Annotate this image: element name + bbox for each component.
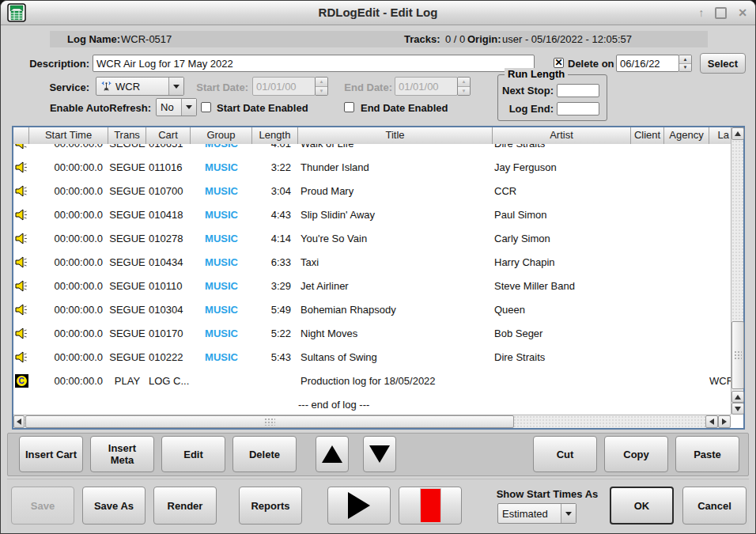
end-date-label: End Date: — [339, 81, 392, 93]
cell-title: Thunder Island — [298, 161, 493, 173]
col-group[interactable]: Group — [191, 127, 252, 144]
cell-cart: 010278 — [146, 233, 191, 244]
show-start-times-combo[interactable]: Estimated — [497, 503, 576, 524]
save-button[interactable]: Save — [11, 487, 74, 525]
table-row[interactable]: 00:00:00.0 SEGUE 010222 MUSIC 5:43 Sulta… — [13, 345, 731, 369]
table-row[interactable]: 00:00:00.0 PLAY LOG C... Production log … — [13, 369, 731, 392]
maximize-icon[interactable] — [715, 7, 727, 19]
col-client[interactable]: Client — [631, 127, 664, 144]
table-row[interactable]: 00:00:00.0 SEGUE 010278 MUSIC 4:14 You'r… — [13, 226, 731, 250]
delete-button[interactable]: Delete — [232, 436, 297, 472]
vertical-scroll-thumb[interactable] — [731, 321, 744, 389]
cell-group: MUSIC — [191, 233, 252, 244]
start-date-enabled-checkbox[interactable] — [201, 102, 211, 112]
cell-group: MUSIC — [191, 304, 252, 316]
col-label[interactable]: La — [709, 127, 731, 144]
shade-icon[interactable]: ↑ — [698, 4, 704, 21]
col-start-time[interactable]: Start Time — [29, 127, 108, 144]
cell-artist: Paul Simon — [493, 209, 631, 221]
cell-title: Production log for 18/05/2022 — [298, 375, 493, 387]
scroll-left2-icon[interactable] — [705, 415, 718, 428]
select-button[interactable]: Select — [700, 53, 746, 74]
title-bar[interactable]: RDLogEdit - Edit Log ↑ ✕ — [1, 1, 755, 25]
cell-title: Night Moves — [298, 328, 493, 339]
stop-icon — [420, 488, 441, 523]
cancel-button[interactable]: Cancel — [682, 487, 747, 525]
table-row[interactable]: 00:00:00.0 SEGUE 010170 MUSIC 5:22 Night… — [13, 321, 731, 345]
next-stop-label: Next Stop: — [501, 85, 554, 97]
reports-button[interactable]: Reports — [239, 487, 302, 525]
table-row[interactable]: 00:00:00.0 SEGUE 010434 MUSIC 6:33 Taxi … — [13, 250, 731, 274]
start-date-enabled-label: Start Date Enabled — [217, 102, 308, 114]
main-button-strip: Save Save As Render Reports Show Start T… — [7, 479, 749, 530]
cell-cart: 010418 — [146, 209, 191, 221]
delete-date-spinner[interactable]: ▲▼ — [679, 55, 692, 72]
cell-group: MUSIC — [191, 256, 252, 268]
cell-length: 5:43 — [252, 351, 298, 363]
origin-value: user - 05/16/2022 - 12:05:57 — [502, 31, 632, 47]
col-agency[interactable]: Agency — [664, 127, 709, 144]
insert-meta-button[interactable]: Insert Meta — [90, 436, 154, 472]
run-length-title: Run Length — [505, 68, 568, 80]
autorefresh-combo[interactable]: No — [156, 98, 197, 116]
table-row[interactable]: 00:00:00.0 SEGUE 010304 MUSIC 5:49 Bohem… — [13, 297, 731, 321]
speaker-icon — [15, 233, 28, 244]
move-up-button[interactable] — [316, 436, 349, 472]
play-button[interactable] — [327, 487, 391, 525]
col-trans[interactable]: Trans — [108, 127, 146, 144]
copy-button[interactable]: Copy — [604, 436, 668, 472]
insert-cart-button[interactable]: Insert Cart — [19, 436, 83, 472]
run-length-groupbox: Run Length Next Stop: Log End: — [497, 74, 607, 121]
cut-button[interactable]: Cut — [533, 436, 597, 472]
col-icon[interactable] — [13, 127, 29, 144]
log-event-table: Start Time Trans Cart Group Length Title… — [12, 126, 745, 430]
vertical-scrollbar[interactable] — [731, 127, 743, 415]
save-as-button[interactable]: Save As — [82, 487, 146, 525]
delete-on-checkbox[interactable] — [554, 58, 564, 68]
delete-date-input[interactable] — [616, 55, 679, 72]
col-cart[interactable]: Cart — [146, 127, 191, 144]
move-down-button[interactable] — [363, 436, 396, 472]
table-row[interactable]: 00:00:00.0 SEGUE 010700 MUSIC 3:04 Proud… — [13, 179, 731, 203]
cell-length: 4:14 — [252, 233, 298, 244]
service-combo[interactable]: WCR — [96, 77, 184, 96]
description-input[interactable] — [93, 55, 535, 72]
col-artist[interactable]: Artist — [493, 127, 631, 144]
cell-artist: Bob Seger — [493, 328, 631, 339]
table-row[interactable]: 00:00:00.0 SEGUE 010110 MUSIC 3:29 Jet A… — [13, 274, 731, 297]
cell-title: Taxi — [298, 256, 493, 268]
autorefresh-dropdown-arrow-icon[interactable] — [181, 99, 196, 116]
service-label: Service: — [32, 81, 89, 93]
service-dropdown-arrow-icon[interactable] — [168, 78, 183, 95]
scroll-up-icon[interactable] — [731, 127, 744, 140]
cell-length: 3:22 — [252, 161, 298, 173]
cell-artist: Harry Chapin — [493, 256, 631, 268]
horizontal-scroll-thumb[interactable] — [25, 415, 514, 428]
show-start-dropdown-arrow-icon[interactable] — [561, 504, 576, 523]
cell-length: 4:43 — [252, 209, 298, 221]
log-name-value: WCR-0517 — [121, 31, 172, 47]
down-arrow-icon — [369, 445, 390, 463]
log-end-field — [557, 102, 599, 116]
ok-button[interactable]: OK — [610, 487, 674, 525]
col-length[interactable]: Length — [252, 127, 298, 144]
stop-button[interactable] — [399, 487, 462, 525]
cell-trans: SEGUE — [108, 144, 146, 150]
cell-artist: Dire Straits — [493, 144, 631, 150]
col-title[interactable]: Title — [298, 127, 493, 144]
scroll-right-icon[interactable] — [718, 415, 731, 428]
close-icon[interactable]: ✕ — [738, 4, 747, 21]
table-row[interactable]: 00:00:00.0 SEGUE 010418 MUSIC 4:43 Slip … — [13, 203, 731, 226]
scroll-up2-icon[interactable] — [731, 391, 744, 403]
end-date-enabled-checkbox[interactable] — [344, 102, 354, 112]
table-row[interactable]: 00:00:00.0 SEGUE 010651 MUSIC 4:01 Walk … — [13, 144, 731, 155]
log-name-label: Log Name: — [67, 31, 120, 47]
edit-button[interactable]: Edit — [161, 436, 225, 472]
scroll-down-icon[interactable] — [731, 403, 744, 415]
table-row[interactable]: 00:00:00.0 SEGUE 011016 MUSIC 3:22 Thund… — [13, 155, 731, 179]
cell-cart: 010304 — [146, 304, 191, 316]
paste-button[interactable]: Paste — [675, 436, 739, 472]
horizontal-scrollbar[interactable] — [13, 415, 731, 428]
render-button[interactable]: Render — [153, 487, 217, 525]
scroll-left-icon[interactable] — [13, 415, 25, 428]
